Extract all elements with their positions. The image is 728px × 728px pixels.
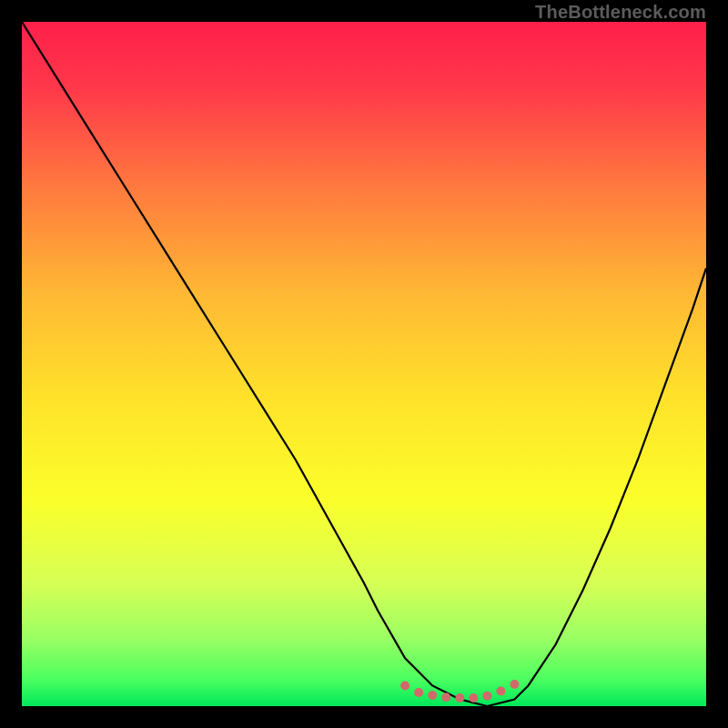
optimal-range-dot xyxy=(441,693,450,702)
watermark-text: TheBottleneck.com xyxy=(535,2,706,23)
optimal-range-dot xyxy=(510,680,519,689)
optimal-range-dot xyxy=(455,693,464,703)
optimal-range-dot xyxy=(469,693,478,703)
optimal-range-dot xyxy=(400,681,410,690)
optimal-range-dot xyxy=(482,692,491,701)
optimal-range-dot xyxy=(428,691,437,700)
optimal-range-dot xyxy=(496,686,505,695)
chart-background-gradient xyxy=(22,22,706,706)
chart-plot-area xyxy=(22,22,706,706)
chart-svg xyxy=(22,22,706,706)
optimal-range-dot xyxy=(414,688,423,697)
